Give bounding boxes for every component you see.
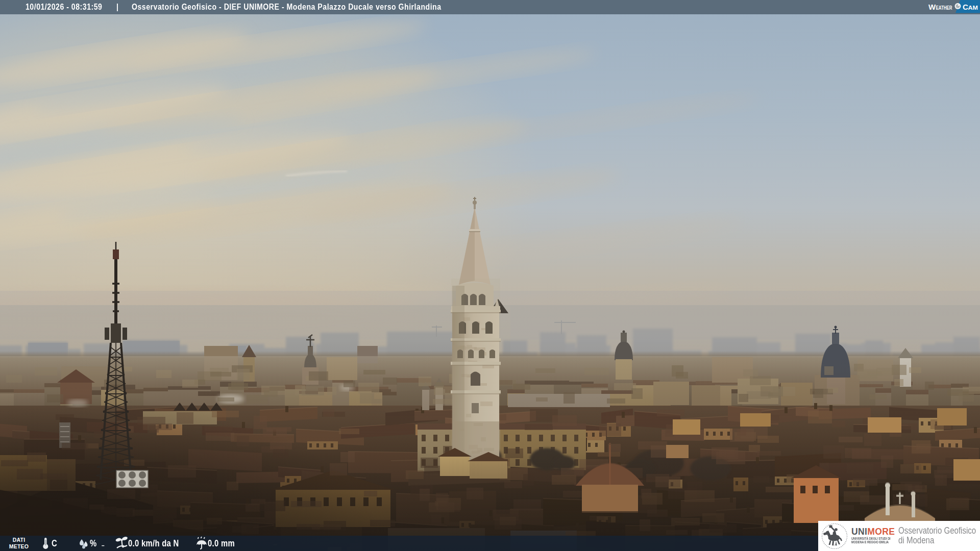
svg-text:1175: 1175 <box>832 544 838 546</box>
svg-text:W: W <box>928 3 936 11</box>
svg-text:EATHER: EATHER <box>936 5 952 11</box>
svg-text:C: C <box>963 3 968 11</box>
svg-text:AM: AM <box>968 5 978 11</box>
